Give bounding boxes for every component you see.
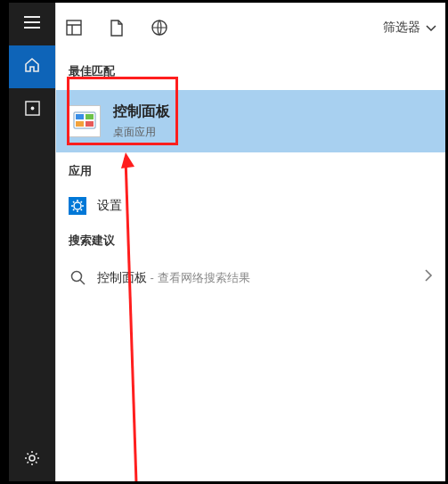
- hamburger-icon: [24, 16, 40, 32]
- filter-dropdown[interactable]: 筛选器: [383, 20, 436, 36]
- gear-icon: [24, 450, 40, 470]
- sidebar-time[interactable]: [9, 88, 55, 131]
- svg-rect-6: [76, 114, 84, 119]
- suggestions-header: 搜索建议: [69, 227, 433, 256]
- search-suggestion[interactable]: 控制面板 - 查看网络搜索结果: [56, 259, 445, 295]
- sidebar: [9, 3, 56, 481]
- best-match-section: 最佳匹配: [56, 53, 445, 90]
- dashboard-icon[interactable]: [65, 19, 83, 37]
- svg-rect-3: [67, 21, 81, 35]
- svg-rect-7: [86, 114, 94, 119]
- best-match-title: 控制面板: [113, 103, 170, 121]
- suggestion-text-wrapper: 控制面板 - 查看网络搜索结果: [97, 269, 250, 286]
- settings-app-icon: [69, 197, 86, 215]
- sidebar-hamburger[interactable]: [9, 3, 55, 45]
- app-settings[interactable]: 设置: [56, 190, 445, 222]
- toolbar: 筛选器: [56, 3, 445, 53]
- svg-point-1: [30, 106, 34, 110]
- best-match-header: 最佳匹配: [69, 58, 433, 86]
- home-icon: [24, 57, 40, 77]
- chevron-down-icon: [426, 21, 436, 35]
- filter-label: 筛选器: [383, 20, 420, 36]
- globe-icon[interactable]: [151, 19, 168, 37]
- search-icon: [69, 268, 86, 286]
- apps-header: 应用: [69, 158, 433, 186]
- svg-point-12: [71, 271, 81, 281]
- best-match-texts: 控制面板 桌面应用: [113, 103, 170, 140]
- suggestion-prefix: 控制面板: [97, 270, 147, 284]
- clock-icon: [25, 101, 40, 119]
- suggestions-section: 搜索建议: [56, 222, 445, 259]
- main-panel: 筛选器 最佳匹配 控制面板 桌面应用 应用 设置: [56, 3, 445, 481]
- svg-point-2: [29, 455, 35, 461]
- control-panel-icon: [69, 105, 101, 137]
- app-settings-label: 设置: [97, 198, 122, 214]
- sidebar-home[interactable]: [9, 45, 55, 88]
- sidebar-settings[interactable]: [9, 439, 55, 481]
- suggestion-suffix: - 查看网络搜索结果: [147, 271, 250, 284]
- window-edge-strip: [3, 3, 9, 481]
- document-icon[interactable]: [108, 19, 126, 37]
- svg-rect-8: [76, 121, 84, 127]
- chevron-right-icon: [425, 269, 433, 285]
- best-match-result[interactable]: 控制面板 桌面应用: [56, 90, 445, 152]
- best-match-subtitle: 桌面应用: [113, 125, 170, 140]
- svg-rect-9: [86, 121, 94, 127]
- apps-section: 应用: [56, 152, 445, 190]
